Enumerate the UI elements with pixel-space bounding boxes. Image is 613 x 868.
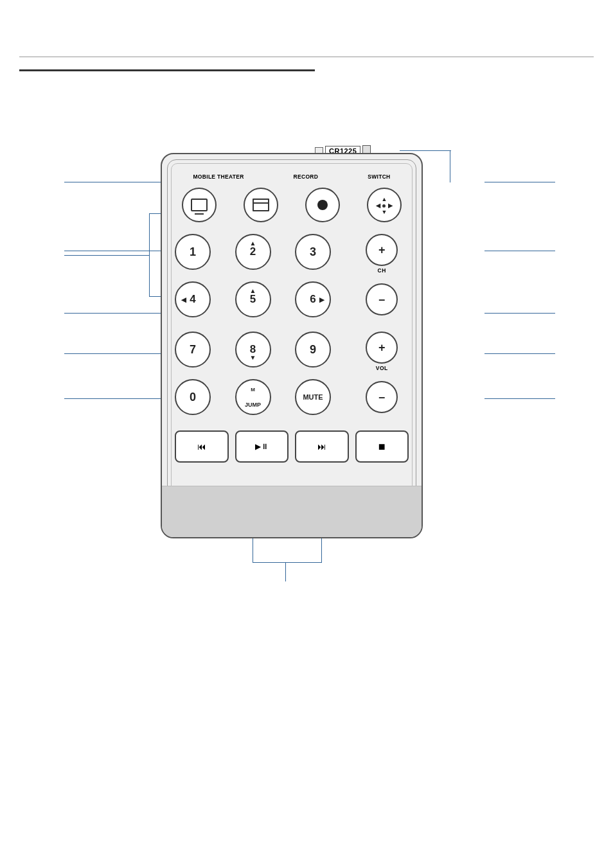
num-row-4: 0 M JUMP MUTE – — [168, 379, 415, 415]
vol-label: VOL — [376, 365, 388, 371]
btn-9[interactable]: 9 — [295, 332, 331, 368]
btn-1[interactable]: 1 — [175, 234, 211, 270]
annot-line-right-lower — [484, 353, 555, 354]
rewind-icon: ⏮ — [197, 441, 206, 452]
window-bar — [254, 202, 268, 204]
btn-2-label: 2 — [250, 245, 256, 258]
annot-line-left-lower — [64, 353, 162, 354]
remote-bottom-area — [162, 486, 422, 537]
rewind-btn[interactable]: ⏮ — [175, 430, 229, 463]
annot-line-right-bottom — [484, 398, 555, 399]
switch-label: SWITCH — [368, 173, 390, 180]
num-row-3: 7 ▼ 8 9 + VOL — [168, 332, 415, 371]
monitor-stand — [195, 213, 204, 215]
record-dot-icon — [317, 200, 328, 210]
ch-minus-btn[interactable]: – — [366, 283, 398, 315]
annot-line-bottom-v-left — [253, 537, 253, 563]
record-button[interactable] — [305, 188, 340, 222]
btn-jump[interactable]: M JUMP — [235, 379, 271, 415]
monitor-button[interactable] — [182, 188, 217, 222]
btn-8[interactable]: ▼ 8 — [235, 332, 271, 368]
top-icon-row: ▲ ◀ ▶ ▼ — [168, 188, 415, 222]
fastforward-icon: ⏭ — [317, 441, 326, 452]
record-label: RECORD — [294, 173, 319, 180]
btn-5[interactable]: ▲ 5 — [235, 281, 271, 317]
annot-line-right-low — [484, 313, 555, 314]
mobile-theater-label: MOBILE THEATER — [193, 173, 244, 180]
btn-7[interactable]: 7 — [175, 332, 211, 368]
btn-2[interactable]: ▲ 2 — [235, 234, 271, 270]
transport-row: ⏮ ▶⏸ ⏭ ■ — [168, 430, 415, 463]
annot-cr-right — [400, 150, 451, 151]
annot-line-right-mid — [484, 251, 555, 251]
btn-6[interactable]: ▶ 6 — [295, 281, 331, 317]
annot-cr-right-v — [450, 150, 450, 182]
btn-0[interactable]: 0 — [175, 379, 211, 415]
stop-icon: ■ — [378, 440, 386, 454]
fourway-icon: ▲ ◀ ▶ ▼ — [375, 196, 393, 214]
ch-minus-control: – — [355, 281, 409, 317]
num-row-2: ◀ 4 ▲ 5 ▶ 6 – — [168, 281, 415, 317]
section-title-underline — [19, 69, 315, 71]
switch-button[interactable]: ▲ ◀ ▶ ▼ — [367, 188, 402, 222]
vol-plus-control: + VOL — [355, 332, 409, 371]
annot-line-left-bottom — [64, 398, 162, 399]
vol-minus-btn[interactable]: – — [366, 381, 398, 413]
btn-mute[interactable]: MUTE — [295, 379, 331, 415]
ch-label: CH — [378, 267, 386, 274]
num-row-1: 1 ▲ 2 3 + CH — [168, 234, 415, 274]
fastforward-btn[interactable]: ⏭ — [295, 430, 349, 463]
stop-btn[interactable]: ■ — [355, 430, 409, 463]
playpause-icon: ▶⏸ — [255, 442, 269, 451]
annot-line-bottom-vv — [285, 562, 286, 581]
annot-line-bottom-v-right — [321, 537, 322, 563]
window-icon — [253, 199, 269, 211]
annot-line-left-low — [64, 313, 162, 314]
annot-line-right-top — [484, 182, 555, 182]
btn-3[interactable]: 3 — [295, 234, 331, 270]
monitor-icon — [191, 199, 208, 211]
remote-body: MOBILE THEATER RECORD SWITCH — [161, 153, 423, 538]
ch-plus-btn[interactable]: + — [366, 234, 398, 266]
annot-line-left-top — [64, 182, 162, 182]
annot-line-bottom-h — [253, 562, 321, 563]
section-labels: MOBILE THEATER RECORD SWITCH — [168, 173, 415, 180]
bracket-left — [149, 213, 162, 297]
playpause-btn[interactable]: ▶⏸ — [235, 430, 289, 463]
vol-plus-btn[interactable]: + — [366, 332, 398, 364]
annot-line-left-h — [64, 255, 149, 256]
window-button[interactable] — [244, 188, 278, 222]
top-rule — [19, 57, 594, 57]
annot-line-left-mid — [64, 251, 162, 251]
ch-controls: + CH — [355, 234, 409, 274]
vol-minus-control: – — [355, 379, 409, 415]
btn-4[interactable]: ◀ 4 — [175, 281, 211, 317]
